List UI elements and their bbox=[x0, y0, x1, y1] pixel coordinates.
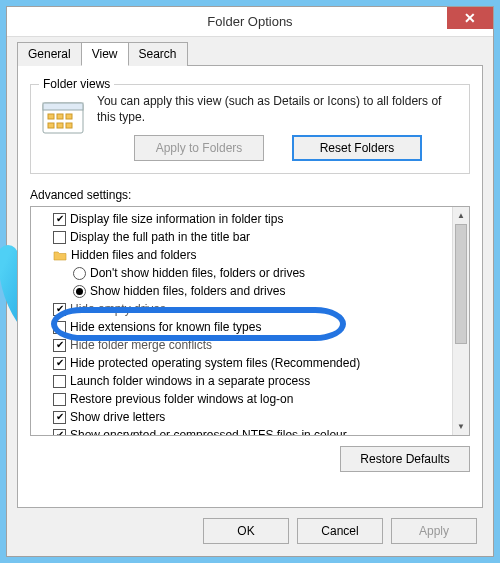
tab-search[interactable]: Search bbox=[128, 42, 188, 66]
list-item-label: Launch folder windows in a separate proc… bbox=[70, 374, 310, 388]
list-item[interactable]: Display the full path in the title bar bbox=[35, 228, 448, 246]
list-item-label: Hide extensions for known file types bbox=[70, 320, 261, 334]
list-item[interactable]: ✔Hide folder merge conflicts bbox=[35, 336, 448, 354]
list-item-label: Show hidden files, folders and drives bbox=[90, 284, 285, 298]
list-item-label: Display the full path in the title bar bbox=[70, 230, 250, 244]
restore-defaults-button[interactable]: Restore Defaults bbox=[340, 446, 470, 472]
scroll-down-arrow-icon[interactable]: ▼ bbox=[453, 418, 469, 435]
advanced-settings-list[interactable]: ✔Display file size information in folder… bbox=[30, 206, 470, 436]
folder-views-body: You can apply this view (such as Details… bbox=[41, 93, 459, 161]
svg-rect-3 bbox=[57, 114, 63, 119]
list-item-label: Show encrypted or compressed NTFS files … bbox=[70, 428, 347, 435]
svg-rect-2 bbox=[48, 114, 54, 119]
folder-icon bbox=[53, 249, 67, 261]
folder-views-description: You can apply this view (such as Details… bbox=[97, 93, 459, 125]
close-icon: ✕ bbox=[464, 10, 476, 26]
folder-views-label: Folder views bbox=[39, 77, 114, 91]
tab-strip: General View Search bbox=[17, 41, 483, 65]
list-item-label: Hide protected operating system files (R… bbox=[70, 356, 360, 370]
list-item[interactable]: Restore previous folder windows at log-o… bbox=[35, 390, 448, 408]
folder-views-icon bbox=[41, 97, 85, 137]
checkbox-icon[interactable] bbox=[53, 321, 66, 334]
list-item-label: Hide empty drives bbox=[70, 302, 166, 316]
checkbox-icon[interactable]: ✔ bbox=[53, 411, 66, 424]
restore-defaults-row: Restore Defaults bbox=[30, 446, 470, 472]
scrollbar[interactable]: ▲ ▼ bbox=[452, 207, 469, 435]
checkbox-icon[interactable]: ✔ bbox=[53, 357, 66, 370]
svg-rect-1 bbox=[43, 103, 83, 110]
list-item[interactable]: ✔Hide protected operating system files (… bbox=[35, 354, 448, 372]
list-item[interactable]: ✔Hide empty drives bbox=[35, 300, 448, 318]
content-area: General View Search Folder views bbox=[7, 37, 493, 556]
list-item[interactable]: Don't show hidden files, folders or driv… bbox=[35, 264, 448, 282]
list-item-label: Don't show hidden files, folders or driv… bbox=[90, 266, 305, 280]
scroll-thumb[interactable] bbox=[455, 224, 467, 344]
checkbox-icon[interactable] bbox=[53, 231, 66, 244]
radio-icon[interactable] bbox=[73, 285, 86, 298]
titlebar: Folder Options ✕ bbox=[7, 7, 493, 37]
ok-button[interactable]: OK bbox=[203, 518, 289, 544]
radio-icon[interactable] bbox=[73, 267, 86, 280]
tab-panel-view: Folder views You bbox=[17, 65, 483, 508]
list-item-label: Restore previous folder windows at log-o… bbox=[70, 392, 293, 406]
list-item[interactable]: Launch folder windows in a separate proc… bbox=[35, 372, 448, 390]
list-item-label: Hide folder merge conflicts bbox=[70, 338, 212, 352]
list-item[interactable]: ✔Display file size information in folder… bbox=[35, 210, 448, 228]
folder-views-group: Folder views You bbox=[30, 84, 470, 174]
advanced-settings-label: Advanced settings: bbox=[30, 188, 470, 202]
dialog-buttons: OK Cancel Apply bbox=[17, 508, 483, 546]
tab-general[interactable]: General bbox=[17, 42, 82, 66]
svg-rect-5 bbox=[48, 123, 54, 128]
list-item[interactable]: Hide extensions for known file types bbox=[35, 318, 448, 336]
tab-view[interactable]: View bbox=[81, 42, 129, 66]
svg-rect-7 bbox=[66, 123, 72, 128]
window-title: Folder Options bbox=[207, 14, 292, 29]
checkbox-icon[interactable]: ✔ bbox=[53, 303, 66, 316]
reset-folders-button[interactable]: Reset Folders bbox=[292, 135, 422, 161]
checkbox-icon[interactable] bbox=[53, 393, 66, 406]
list-item[interactable]: ✔Show drive letters bbox=[35, 408, 448, 426]
cancel-button[interactable]: Cancel bbox=[297, 518, 383, 544]
list-item-label: Show drive letters bbox=[70, 410, 165, 424]
screenshot-frame: Folder Options ✕ General View Search Fol… bbox=[0, 0, 500, 563]
folder-views-right: You can apply this view (such as Details… bbox=[97, 93, 459, 161]
list-item[interactable]: Hidden files and folders bbox=[35, 246, 448, 264]
checkbox-icon[interactable]: ✔ bbox=[53, 429, 66, 436]
folder-views-buttons: Apply to Folders Reset Folders bbox=[97, 135, 459, 161]
advanced-settings-list-inner: ✔Display file size information in folder… bbox=[31, 207, 452, 435]
list-item-label: Display file size information in folder … bbox=[70, 212, 283, 226]
list-item[interactable]: Show hidden files, folders and drives bbox=[35, 282, 448, 300]
folder-options-dialog: Folder Options ✕ General View Search Fol… bbox=[6, 6, 494, 557]
list-item[interactable]: ✔Show encrypted or compressed NTFS files… bbox=[35, 426, 448, 435]
svg-rect-4 bbox=[66, 114, 72, 119]
list-item-label: Hidden files and folders bbox=[71, 248, 196, 262]
checkbox-icon[interactable]: ✔ bbox=[53, 339, 66, 352]
svg-rect-6 bbox=[57, 123, 63, 128]
close-button[interactable]: ✕ bbox=[447, 7, 493, 29]
apply-to-folders-button: Apply to Folders bbox=[134, 135, 264, 161]
apply-button: Apply bbox=[391, 518, 477, 544]
checkbox-icon[interactable] bbox=[53, 375, 66, 388]
checkbox-icon[interactable]: ✔ bbox=[53, 213, 66, 226]
scroll-up-arrow-icon[interactable]: ▲ bbox=[453, 207, 469, 224]
